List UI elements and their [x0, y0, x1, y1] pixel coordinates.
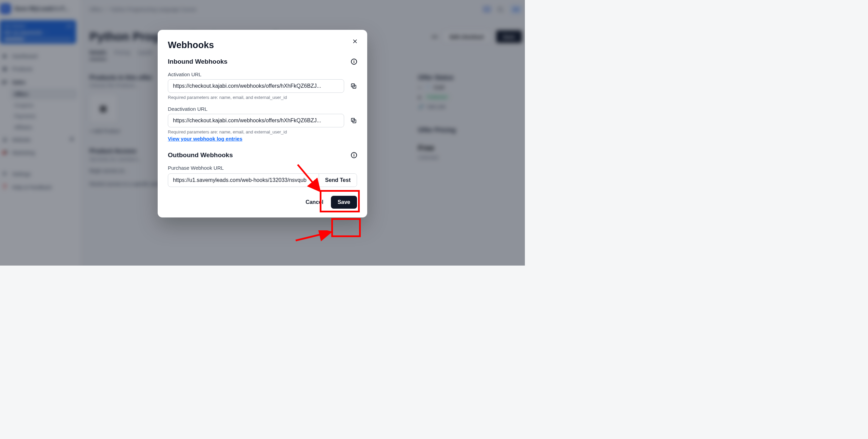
- activation-url-input[interactable]: https://checkout.kajabi.com/webhooks/off…: [168, 79, 344, 93]
- view-log-link[interactable]: View your webhook log entries: [168, 136, 242, 142]
- deactivation-hint: Required parameters are: name, email, an…: [168, 129, 357, 134]
- save-button[interactable]: Save: [331, 196, 357, 209]
- copy-icon[interactable]: [350, 117, 357, 124]
- purchase-label: Purchase Webhook URL: [168, 165, 357, 171]
- deactivation-url-input[interactable]: https://checkout.kajabi.com/webhooks/off…: [168, 114, 344, 127]
- close-button[interactable]: [350, 37, 360, 46]
- send-test-button[interactable]: Send Test: [319, 174, 357, 187]
- modal-overlay: Webhooks Inbound Webhooks i Activation U…: [0, 0, 525, 266]
- outbound-heading: Outbound Webhooks: [168, 151, 233, 159]
- purchase-url-input[interactable]: https://u1.savemyleads.com/web-hooks/132…: [168, 174, 319, 187]
- copy-icon[interactable]: [350, 83, 357, 89]
- cancel-button[interactable]: Cancel: [305, 199, 323, 205]
- info-icon[interactable]: i: [351, 152, 357, 158]
- info-icon[interactable]: i: [351, 59, 357, 65]
- webhooks-modal: Webhooks Inbound Webhooks i Activation U…: [158, 30, 367, 217]
- modal-footer: Cancel Save: [168, 196, 357, 209]
- modal-title: Webhooks: [168, 40, 357, 50]
- activation-hint: Required parameters are: name, email, an…: [168, 95, 357, 100]
- purchase-url-row: https://u1.savemyleads.com/web-hooks/132…: [168, 173, 357, 187]
- inbound-heading: Inbound Webhooks: [168, 58, 228, 65]
- activation-label: Activation URL: [168, 71, 357, 77]
- deactivation-label: Deactivation URL: [168, 106, 357, 112]
